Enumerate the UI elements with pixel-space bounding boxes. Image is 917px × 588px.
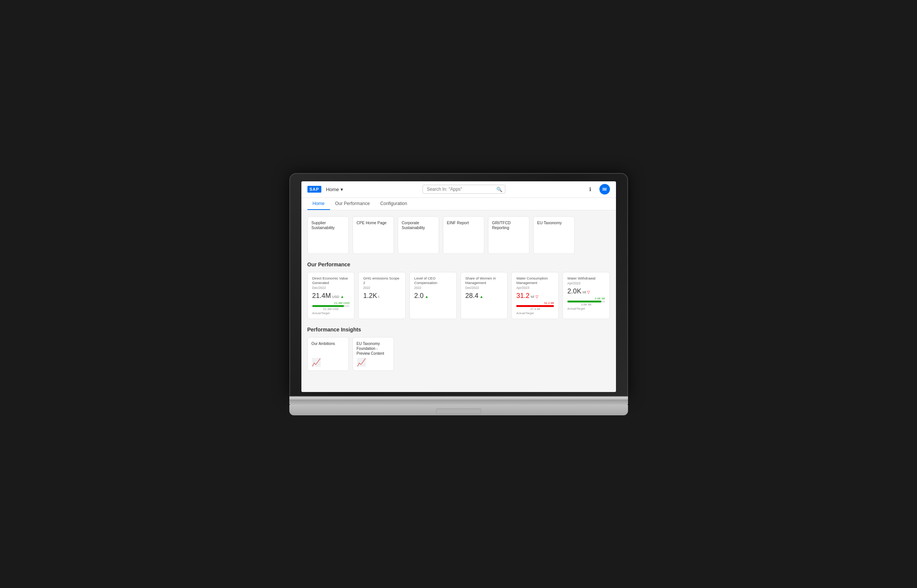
chevron-down-icon: ▾ [341, 187, 343, 192]
search-input[interactable] [422, 185, 505, 194]
kpi-value-level-ceo-compensation: 2.0 [414, 292, 424, 300]
insight-cards-container: Our Ambitions 📈 EU Taxonomy Foundation -… [307, 337, 610, 371]
kpi-value-row-share-women-management: 28.4 ▲ [466, 292, 503, 300]
kpi-card-water-consumption[interactable]: Water Consumption Management Apr/2023 31… [511, 272, 559, 320]
kpi-unit-water-withdrawal: Ml [582, 291, 586, 294]
laptop-screen[interactable]: SAP Home ▾ 🔍 ℹ IM [301, 181, 616, 392]
kpi-subtitle-ghg-emissions: 2022 [363, 286, 401, 290]
app-tiles-section: Supplier Sustainability CPE Home Page Co… [307, 216, 610, 254]
kpi-card-direct-economic-value[interactable]: Direct Economic Value Generated Dec/2022… [307, 272, 355, 320]
header-search-area: 🔍 [348, 185, 581, 194]
kpi-subtitle-level-ceo-compensation: 2022 [414, 286, 452, 290]
kpi-value-direct-economic-value: 21.4M [312, 292, 331, 300]
kpi-title-level-ceo-compensation: Level of CEO Compensation [414, 276, 452, 286]
performance-insights-section: Performance Insights Our Ambitions 📈 EU … [307, 326, 610, 371]
tab-our-performance[interactable]: Our Performance [330, 198, 375, 210]
app-tile-title-cpe-home-page: CPE Home Page [357, 220, 390, 226]
insight-title-eu-taxonomy-foundation: EU Taxonomy Foundation - Preview Content [357, 341, 390, 356]
app-tile-title-gri-tfcd-reporting: GRI/TFCD Reporting [492, 220, 525, 231]
kpi-title-direct-economic-value: Direct Economic Value Generated [312, 276, 350, 286]
kpi-card-ghg-emissions[interactable]: GHG emissions Scope 2 2022 1.2K t [358, 272, 406, 320]
kpi-bar-water-consumption: 31.2 Ml 27.4 Ml Actual/Target [516, 301, 554, 315]
help-icon-button[interactable]: ℹ [585, 184, 596, 194]
kpi-unit-direct-economic-value: USD [332, 295, 340, 299]
laptop-base [289, 396, 628, 405]
home-title-button[interactable]: Home ▾ [326, 187, 343, 192]
our-performance-heading: Our Performance [307, 262, 610, 268]
kpi-title-water-withdrawal: Water Withdrawal [568, 276, 605, 281]
app-tile-title-eu-taxonomy: EU Taxonomy [537, 220, 571, 226]
kpi-title-ghg-emissions: GHG emissions Scope 2 [363, 276, 401, 286]
kpi-title-share-women-management: Share of Women in Management [466, 276, 503, 286]
trend-up-icon: ▲ [341, 294, 344, 299]
kpi-card-level-ceo-compensation[interactable]: Level of CEO Compensation 2022 2.0 ▲ [409, 272, 457, 320]
app-tile-gri-tfcd-reporting[interactable]: GRI/TFCD Reporting [488, 216, 529, 254]
chart-icon-eu-taxonomy-foundation: 📈 [357, 358, 366, 367]
app-header: SAP Home ▾ 🔍 ℹ IM [301, 181, 616, 198]
search-wrapper: 🔍 [422, 185, 505, 194]
kpi-unit-ghg-emissions: t [378, 295, 379, 299]
kpi-card-share-women-management[interactable]: Share of Women in Management Dec/2022 28… [461, 272, 508, 320]
laptop-hinge [289, 399, 628, 405]
insight-title-our-ambitions: Our Ambitions [312, 341, 344, 346]
trend-down-icon: ▽ [535, 294, 539, 299]
kpi-value-ghg-emissions: 1.2K [363, 292, 377, 300]
kpi-subtitle-water-consumption: Apr/2023 [516, 286, 554, 290]
kpi-value-water-consumption: 31.2 [516, 292, 529, 300]
home-label: Home [326, 187, 339, 192]
kpi-bar-direct-economic-value: 21.4M USD 21.3M USD Actual/Target [312, 301, 350, 315]
performance-insights-heading: Performance Insights [307, 326, 610, 333]
kpi-unit-water-consumption: Ml [530, 295, 534, 299]
app-tile-title-einf-report: EINF Report [447, 220, 480, 226]
sap-application: SAP Home ▾ 🔍 ℹ IM [301, 181, 616, 392]
app-tile-title-corporate-sustainability: Corporate Sustainability [402, 220, 435, 231]
trend-up-icon: ▲ [480, 294, 484, 299]
screen-bezel: SAP Home ▾ 🔍 ℹ IM [289, 173, 628, 396]
kpi-value-row-ghg-emissions: 1.2K t [363, 292, 401, 300]
app-tile-corporate-sustainability[interactable]: Corporate Sustainability [398, 216, 439, 254]
kpi-value-row-level-ceo-compensation: 2.0 ▲ [414, 292, 452, 300]
kpi-value-row-water-withdrawal: 2.0K Ml ▽ [568, 288, 605, 295]
chart-icon-our-ambitions: 📈 [312, 358, 321, 367]
tab-home[interactable]: Home [307, 198, 330, 210]
insight-card-our-ambitions[interactable]: Our Ambitions 📈 [307, 337, 349, 371]
laptop-shell: SAP Home ▾ 🔍 ℹ IM [289, 173, 628, 415]
main-navigation: Home Our Performance Configuration [301, 198, 616, 210]
kpi-subtitle-share-women-management: Dec/2022 [466, 286, 503, 290]
kpi-value-share-women-management: 28.4 [466, 292, 479, 300]
app-tile-einf-report[interactable]: EINF Report [443, 216, 484, 254]
search-icon: 🔍 [497, 187, 502, 192]
header-right: ℹ IM [585, 184, 610, 194]
app-tile-cpe-home-page[interactable]: CPE Home Page [353, 216, 394, 254]
trend-down-icon: ▽ [587, 290, 590, 294]
kpi-card-water-withdrawal[interactable]: Water Withdrawal Apr/2023 2.0K Ml ▽ 2.0K… [563, 272, 610, 320]
app-tile-title-supplier-sustainability: Supplier Sustainability [312, 220, 344, 231]
user-avatar[interactable]: IM [599, 184, 610, 194]
our-performance-section: Our Performance Direct Economic Value Ge… [307, 262, 610, 320]
kpi-value-water-withdrawal: 2.0K [568, 288, 581, 295]
kpi-value-row-direct-economic-value: 21.4M USD ▲ [312, 292, 350, 300]
app-tile-supplier-sustainability[interactable]: Supplier Sustainability [307, 216, 349, 254]
main-content: Supplier Sustainability CPE Home Page Co… [301, 210, 616, 392]
trend-up-icon: ▲ [425, 294, 429, 299]
trackpad [436, 409, 481, 414]
app-tile-eu-taxonomy[interactable]: EU Taxonomy [533, 216, 574, 254]
kpi-value-row-water-consumption: 31.2 Ml ▽ [516, 292, 554, 300]
laptop-bottom [289, 405, 628, 415]
kpi-bar-water-withdrawal: 2.0K Ml 2.6K Ml Actual/Target [568, 297, 605, 310]
sap-logo: SAP [307, 186, 322, 192]
kpi-title-water-consumption: Water Consumption Management [516, 276, 554, 286]
kpi-subtitle-direct-economic-value: Dec/2022 [312, 286, 350, 290]
insight-card-eu-taxonomy-foundation[interactable]: EU Taxonomy Foundation - Preview Content… [353, 337, 394, 371]
tab-configuration[interactable]: Configuration [375, 198, 412, 210]
kpi-cards-container: Direct Economic Value Generated Dec/2022… [307, 272, 610, 320]
kpi-subtitle-water-withdrawal: Apr/2023 [568, 281, 605, 285]
